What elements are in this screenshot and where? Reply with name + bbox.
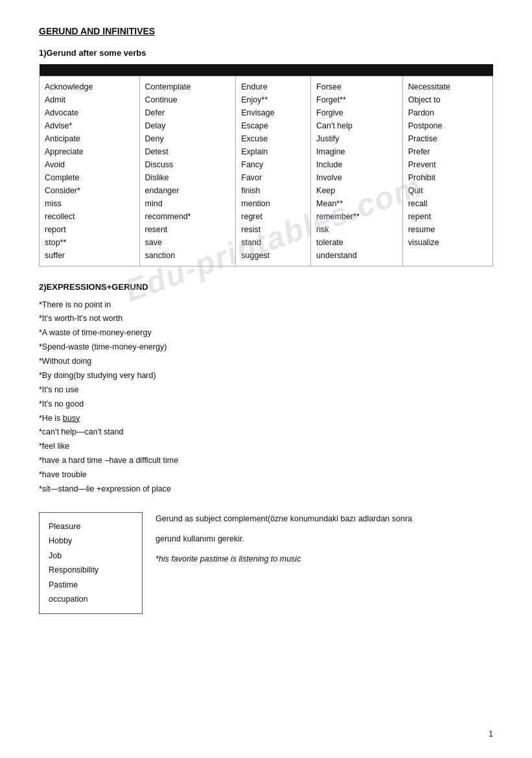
- verb-word: finish: [241, 186, 260, 195]
- verb-word: suffer: [45, 251, 65, 260]
- verb-word: Advise*: [45, 121, 72, 130]
- expression-item: *It's no good: [39, 397, 493, 412]
- example-text: *his favorite pastime is listening to mu…: [156, 552, 493, 566]
- complement-title: Gerund as subject complement(özne konumu…: [156, 512, 493, 526]
- verb-word: Appreciate: [45, 147, 84, 156]
- verb-word: save: [145, 238, 162, 247]
- verb-word: visualize: [408, 238, 439, 247]
- verb-word: tolerate: [316, 238, 343, 247]
- verb-word: Prevent: [408, 160, 436, 169]
- box-word: Hobby: [49, 534, 133, 549]
- verb-word: Explain: [241, 147, 268, 156]
- verb-word: remember**: [316, 212, 360, 221]
- expression-item: *sit—stand—lie +expression of place: [39, 482, 493, 497]
- expression-item: *can't help—can't stand: [39, 425, 493, 440]
- verb-word: Quit: [408, 186, 423, 195]
- table-col-4: ForseeForget**ForgiveCan't helpJustifyIm…: [311, 76, 403, 266]
- verb-word: Continue: [145, 95, 178, 104]
- box-word: Responsibility: [49, 563, 133, 578]
- verb-word: Favor: [241, 173, 262, 182]
- verb-word: Pardon: [408, 108, 434, 117]
- verb-word: Consider*: [45, 186, 80, 195]
- verb-word: Enjoy**: [241, 95, 268, 104]
- expression-item: *Without doing: [39, 355, 493, 369]
- verb-word: regret: [241, 212, 262, 221]
- expression-item: *feel like: [39, 440, 493, 454]
- verb-word: Prefer: [408, 147, 430, 156]
- verb-word: suggest: [241, 251, 270, 260]
- verb-table: AcknowledgeAdmitAdvocateAdvise*Anticipat…: [39, 64, 493, 266]
- verb-word: recall: [408, 199, 428, 208]
- verb-word: Endure: [241, 82, 267, 91]
- expression-item: *By doing(by studying very hard): [39, 369, 493, 383]
- verb-word: Include: [316, 160, 342, 169]
- complement-text: Gerund as subject complement(özne konumu…: [156, 512, 493, 614]
- verb-word: Excuse: [241, 134, 268, 143]
- bottom-section: PleasureHobbyJobResponsibilityPastimeocc…: [39, 512, 493, 614]
- verb-word: sanction: [145, 251, 176, 260]
- box-word: Pastime: [49, 578, 133, 593]
- table-row: AcknowledgeAdmitAdvocateAdvise*Anticipat…: [40, 76, 493, 266]
- verb-word: resume: [408, 225, 435, 234]
- verb-word: Postpone: [408, 121, 443, 130]
- verb-word: Envisage: [241, 108, 274, 117]
- section1-heading: 1)Gerund after some verbs: [39, 48, 493, 58]
- box-word: occupation: [49, 592, 133, 607]
- verb-word: Detest: [145, 147, 168, 156]
- verb-word: miss: [45, 199, 62, 208]
- page-number: 1: [489, 729, 493, 739]
- expression-item: *It's no use: [39, 383, 493, 397]
- verb-word: Fancy: [241, 160, 263, 169]
- box-word: Pleasure: [49, 519, 133, 534]
- verb-word: resist: [241, 225, 260, 234]
- verb-word: Forsee: [316, 82, 341, 91]
- verb-word: resent: [145, 225, 168, 234]
- expression-item: *have a hard time –have a difficult time: [39, 454, 493, 468]
- verb-word: recollect: [45, 212, 75, 221]
- verb-word: Mean**: [316, 199, 343, 208]
- verb-word: Contemplate: [145, 82, 191, 91]
- verb-word: mention: [241, 199, 270, 208]
- expression-item: *Spend-waste (time-money-energy): [39, 340, 493, 355]
- expression-item: *have trouble: [39, 468, 493, 482]
- verb-word: Discuss: [145, 160, 174, 169]
- section2-heading: 2)EXPRESSIONS+GERUND: [39, 282, 493, 292]
- verb-word: recommend*: [145, 212, 191, 221]
- verb-word: repent: [408, 212, 431, 221]
- verb-word: Dislike: [145, 173, 169, 182]
- verb-word: Keep: [316, 186, 335, 195]
- page-title: GERUND AND INFINITIVES: [39, 26, 493, 36]
- subject-box: PleasureHobbyJobResponsibilityPastimeocc…: [39, 512, 143, 614]
- expressions-list: *There is no point in*It's worth-It's no…: [39, 298, 493, 497]
- verb-word: Defer: [145, 108, 165, 117]
- gerund-note: gerund kullanımı gerekir.: [156, 532, 493, 546]
- verb-word: Practise: [408, 134, 437, 143]
- table-col-1: AcknowledgeAdmitAdvocateAdvise*Anticipat…: [40, 76, 140, 266]
- table-col-2: ContemplateContinueDeferDelayDenyDetestD…: [139, 76, 236, 266]
- verb-word: Justify: [316, 134, 339, 143]
- verb-word: risk: [316, 225, 329, 234]
- expression-item: *It's worth-It's not worth: [39, 312, 493, 326]
- verb-word: report: [45, 225, 66, 234]
- verb-word: stop**: [45, 238, 66, 247]
- expression-item: *A waste of time-money-energy: [39, 326, 493, 340]
- verb-word: Complete: [45, 173, 80, 182]
- verb-word: stand: [241, 238, 261, 247]
- verb-word: Admit: [45, 95, 65, 104]
- verb-word: Forgive: [316, 108, 343, 117]
- verb-word: Prohibit: [408, 173, 435, 182]
- verb-word: Imagine: [316, 147, 345, 156]
- verb-word: Necessitate: [408, 82, 450, 91]
- verb-word: Escape: [241, 121, 268, 130]
- expressions-section: 2)EXPRESSIONS+GERUND *There is no point …: [39, 282, 493, 497]
- verb-word: Involve: [316, 173, 342, 182]
- expression-item: *There is no point in: [39, 298, 493, 313]
- verb-word: Can't help: [316, 121, 353, 130]
- verb-word: Delay: [145, 121, 166, 130]
- verb-word: Acknowledge: [45, 82, 93, 91]
- box-word: Job: [49, 549, 133, 563]
- verb-word: endanger: [145, 186, 179, 195]
- verb-word: mind: [145, 199, 163, 208]
- table-col-3: EndureEnjoy**EnvisageEscapeExcuseExplain…: [236, 76, 311, 266]
- table-col-5: NecessitateObject toPardonPostponePracti…: [402, 76, 492, 266]
